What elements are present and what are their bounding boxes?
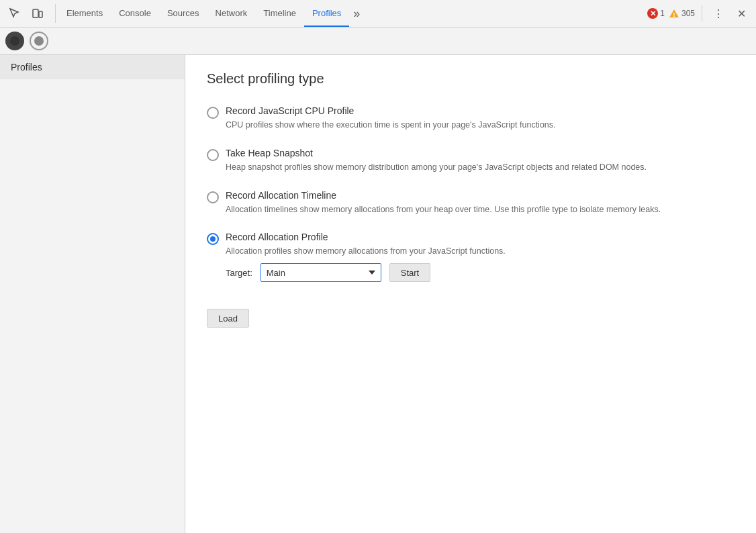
main-area: Profiles Select profiling type Record Ja…	[0, 55, 756, 533]
option-alloc: Record Allocation Profile Allocation pro…	[207, 232, 735, 282]
option-text-cpu: Record JavaScript CPU Profile CPU profil…	[226, 105, 735, 132]
radio-wrapper-cpu	[207, 107, 219, 119]
profiles-toolbar	[0, 28, 756, 55]
tab-timeline[interactable]: Timeline	[255, 0, 304, 27]
option-desc-timeline: Allocation timelines show memory allocat…	[226, 203, 735, 216]
option-cpu: Record JavaScript CPU Profile CPU profil…	[207, 105, 735, 132]
tab-network[interactable]: Network	[207, 0, 256, 27]
radio-wrapper-timeline	[207, 191, 219, 203]
option-text-alloc: Record Allocation Profile Allocation pro…	[226, 232, 735, 282]
option-title-heap: Take Heap Snapshot	[226, 148, 735, 158]
svg-text:!: !	[673, 11, 675, 18]
record-icon	[10, 36, 19, 46]
warning-badge[interactable]: ! 305	[669, 9, 695, 18]
option-title-timeline: Record Allocation Timeline	[226, 190, 735, 201]
more-tabs-btn[interactable]: »	[349, 0, 364, 27]
svg-rect-0	[33, 9, 38, 17]
close-devtools-btn[interactable]: ✕	[732, 4, 751, 23]
tab-console[interactable]: Console	[111, 0, 159, 27]
tab-elements[interactable]: Elements	[58, 0, 111, 27]
more-options-btn[interactable]: ⋮	[709, 4, 728, 23]
toolbar-icons	[5, 4, 56, 23]
stop-btn[interactable]	[30, 32, 48, 50]
toolbar-right: ✕ 1 ! 305 ⋮ ✕	[647, 4, 751, 23]
target-row: Target: Main Start	[226, 263, 735, 282]
radio-wrapper-heap	[207, 149, 219, 161]
target-label: Target:	[226, 268, 252, 278]
tab-profiles[interactable]: Profiles	[304, 0, 349, 27]
inspect-element-btn[interactable]	[5, 4, 24, 23]
option-desc-alloc: Allocation profiles show memory allocati…	[226, 245, 735, 258]
radio-alloc[interactable]	[207, 233, 219, 245]
section-title: Select profiling type	[207, 71, 735, 87]
option-title-cpu: Record JavaScript CPU Profile	[226, 105, 735, 116]
option-title-alloc: Record Allocation Profile	[226, 232, 735, 242]
record-btn[interactable]	[5, 32, 24, 50]
start-btn[interactable]: Start	[389, 263, 430, 282]
warning-count: 305	[681, 9, 695, 18]
error-count: 1	[660, 9, 665, 18]
target-select[interactable]: Main	[261, 263, 381, 282]
error-badge[interactable]: ✕ 1	[647, 8, 665, 19]
warning-icon: !	[669, 9, 679, 18]
radio-cpu[interactable]	[207, 107, 219, 119]
radio-timeline[interactable]	[207, 191, 219, 203]
toolbar-divider	[702, 5, 702, 21]
devtools-toolbar: Elements Console Sources Network Timelin…	[0, 0, 756, 28]
option-timeline: Record Allocation Timeline Allocation ti…	[207, 190, 735, 216]
sidebar: Profiles	[0, 55, 185, 533]
svg-rect-1	[39, 11, 42, 17]
sidebar-item-profiles[interactable]: Profiles	[0, 55, 185, 79]
option-heap: Take Heap Snapshot Heap snapshot profile…	[207, 148, 735, 174]
content-area: Select profiling type Record JavaScript …	[185, 55, 756, 533]
radio-wrapper-alloc	[207, 233, 219, 245]
option-text-timeline: Record Allocation Timeline Allocation ti…	[226, 190, 735, 216]
option-desc-cpu: CPU profiles show where the execution ti…	[226, 119, 735, 132]
option-text-heap: Take Heap Snapshot Heap snapshot profile…	[226, 148, 735, 174]
error-icon: ✕	[647, 8, 658, 19]
tab-list: Elements Console Sources Network Timelin…	[58, 0, 364, 27]
tab-sources[interactable]: Sources	[159, 0, 207, 27]
radio-heap[interactable]	[207, 149, 219, 161]
device-mode-btn[interactable]	[28, 4, 47, 23]
option-desc-heap: Heap snapshot profiles show memory distr…	[226, 161, 735, 174]
load-btn[interactable]: Load	[207, 309, 249, 328]
stop-icon	[34, 36, 44, 46]
